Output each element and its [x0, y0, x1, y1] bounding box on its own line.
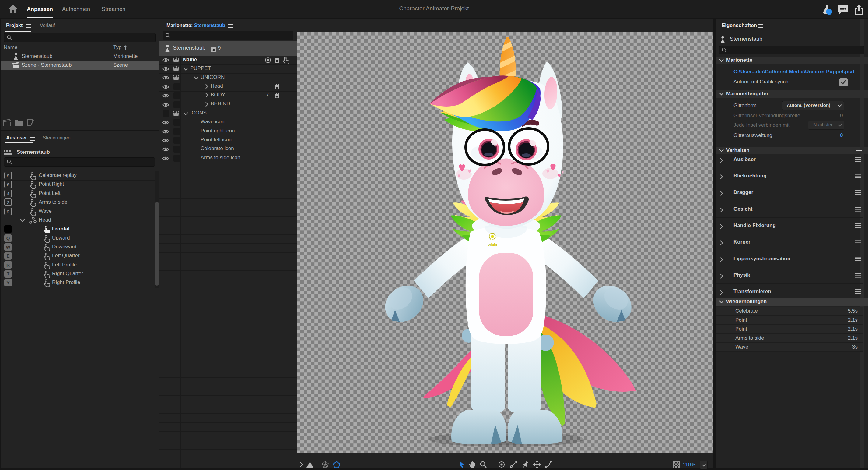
svg-text:origin: origin	[488, 243, 497, 246]
